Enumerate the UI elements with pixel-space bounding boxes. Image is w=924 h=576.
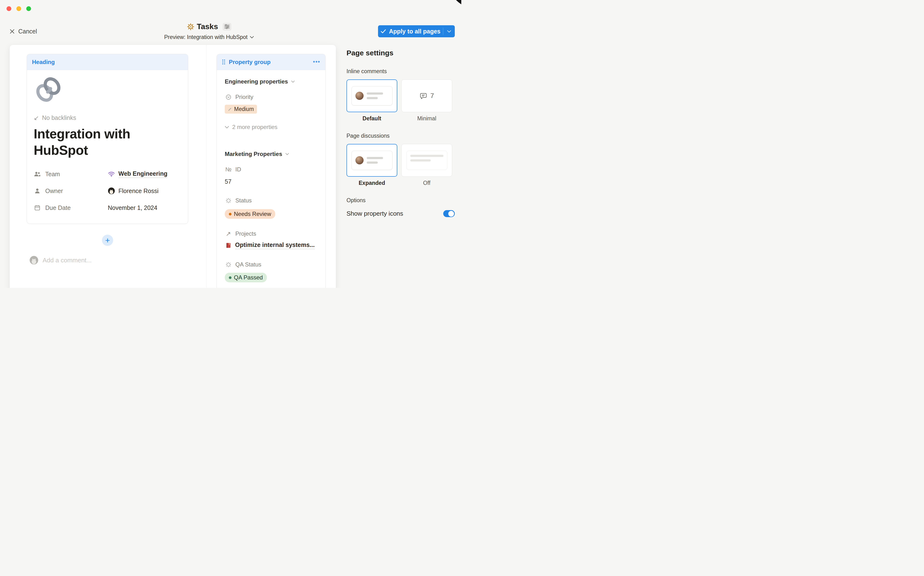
fullscreen-window-button[interactable] <box>26 6 31 11</box>
property-priority: Priority <box>225 94 319 100</box>
page-icon-link-chain[interactable] <box>34 75 181 104</box>
comment-input[interactable]: Add a comment... <box>43 257 92 264</box>
priority-icon <box>225 94 232 100</box>
id-value[interactable]: 57 <box>225 178 319 185</box>
group-engineering-properties[interactable]: Engineering properties <box>225 78 319 85</box>
chevron-down-icon <box>225 126 229 128</box>
property-row-owner: Owner Florence Rossi <box>34 182 181 199</box>
pencil-icon <box>228 107 232 111</box>
heading-block-label: Heading <box>32 59 55 66</box>
due-date-value-label: November 1, 2024 <box>108 204 157 211</box>
property-id: № ID <box>225 166 319 173</box>
owner-value[interactable]: Florence Rossi <box>108 187 159 195</box>
cancel-button[interactable]: Cancel <box>10 27 37 36</box>
red-book-icon <box>225 242 232 248</box>
backlinks-row[interactable]: ↙ No backlinks <box>34 114 181 121</box>
avatar <box>356 156 364 165</box>
calendar-icon <box>34 205 41 211</box>
option-label-expanded: Expanded <box>346 179 397 186</box>
mouse-cursor <box>455 0 461 4</box>
cancel-label: Cancel <box>18 28 37 35</box>
team-value[interactable]: Web Engineering <box>108 170 168 178</box>
priority-value-tag[interactable]: Medium <box>225 105 257 114</box>
chevron-down-icon <box>286 153 289 155</box>
toggle-knob <box>448 211 454 217</box>
property-group-card: Property group ••• Engineering propertie… <box>217 54 326 288</box>
page-discussions-label: Page discussions <box>346 133 455 139</box>
status-spinner-icon <box>225 198 232 204</box>
property-status: Status <box>225 197 319 204</box>
qa-status-value-pill[interactable]: QA Passed <box>225 273 267 282</box>
preview-label: Preview: Integration with HubSpot <box>164 34 247 40</box>
comment-bubble-icon <box>420 92 427 100</box>
due-date-value[interactable]: November 1, 2024 <box>108 204 157 211</box>
property-group-header[interactable]: Property group ••• <box>217 54 326 70</box>
page-heading[interactable]: Integration with HubSpot <box>34 126 181 158</box>
page-title: Tasks <box>197 22 218 31</box>
more-properties-toggle[interactable]: 2 more properties <box>225 124 319 130</box>
close-window-button[interactable] <box>6 6 11 11</box>
page-settings-title: Page settings <box>346 49 455 57</box>
property-label: Due Date <box>45 204 71 211</box>
chevron-down-icon <box>250 36 254 38</box>
status-value-pill[interactable]: Needs Review <box>225 209 275 219</box>
inline-comments-default-option[interactable] <box>346 80 397 112</box>
traffic-lights <box>6 6 31 11</box>
arrow-down-left-icon: ↙ <box>34 115 39 121</box>
apply-dropdown-button[interactable] <box>443 25 455 37</box>
title-block: Tasks Preview: Integration with HubSpot <box>164 22 254 40</box>
comment-count-thumbnail: 7 <box>420 92 434 100</box>
person-icon <box>34 188 41 194</box>
close-icon <box>10 29 15 34</box>
projects-value-link[interactable]: Optimize internal systems... <box>225 242 319 249</box>
page-discussions-off-option[interactable] <box>401 144 452 177</box>
property-projects: ↗ Projects <box>225 230 319 237</box>
option-label-minimal: Minimal <box>401 115 452 122</box>
apply-button-main[interactable]: Apply to all pages <box>378 25 443 37</box>
property-row-team: Team Web Engineering <box>34 166 181 182</box>
heading-block-header[interactable]: Heading <box>27 54 188 70</box>
status-spinner-icon <box>225 262 232 268</box>
discussion-preview-thumbnail <box>351 151 393 170</box>
apply-to-all-pages-button: Apply to all pages <box>378 25 455 37</box>
option-label-default: Default <box>346 115 397 122</box>
chevron-down-icon <box>291 80 295 83</box>
owner-avatar <box>108 187 115 195</box>
property-qa-status: QA Status <box>225 261 319 268</box>
property-row-due-date: Due Date November 1, 2024 <box>34 199 181 216</box>
arrow-up-right-icon: ↗ <box>225 230 232 237</box>
check-icon <box>381 29 386 34</box>
group-marketing-properties[interactable]: Marketing Properties <box>225 151 319 157</box>
heading-block-card: Heading ↙ No backlinks Integration with … <box>27 54 188 224</box>
add-block-button[interactable]: + <box>102 235 113 246</box>
status-dot <box>229 213 231 215</box>
option-label-off: Off <box>401 179 452 186</box>
drag-handle-icon[interactable] <box>222 59 225 65</box>
property-label: Owner <box>45 187 63 195</box>
qa-status-dot <box>229 276 231 279</box>
preview-page-selector[interactable]: Preview: Integration with HubSpot <box>164 34 254 40</box>
property-label: Team <box>45 171 60 178</box>
backlinks-label: No backlinks <box>42 114 76 121</box>
show-property-icons-toggle[interactable] <box>443 210 455 217</box>
comment-row: Add a comment... <box>29 256 92 265</box>
show-property-icons-label: Show property icons <box>346 210 403 218</box>
sliders-icon <box>224 24 230 29</box>
minimize-window-button[interactable] <box>16 6 21 11</box>
page-discussions-expanded-option[interactable] <box>346 144 397 177</box>
chevron-down-icon <box>447 30 451 33</box>
property-group-label: Property group <box>229 59 310 66</box>
team-value-label: Web Engineering <box>118 170 168 178</box>
more-options-button[interactable]: ••• <box>313 59 320 65</box>
comment-count: 7 <box>430 92 434 100</box>
numero-icon: № <box>225 166 232 172</box>
page-settings-panel: Page settings Inline comments Default 7 <box>346 49 455 218</box>
view-options-button[interactable] <box>223 23 231 30</box>
owner-value-label: Florence Rossi <box>118 187 159 195</box>
page-properties: Team Web Engineering <box>34 166 181 216</box>
team-icon <box>34 171 41 177</box>
apply-label: Apply to all pages <box>389 28 440 35</box>
commenter-avatar <box>29 256 38 265</box>
inline-comments-minimal-option[interactable]: 7 <box>401 80 452 112</box>
page-preview-modal: Heading ↙ No backlinks Integration with … <box>10 45 336 288</box>
